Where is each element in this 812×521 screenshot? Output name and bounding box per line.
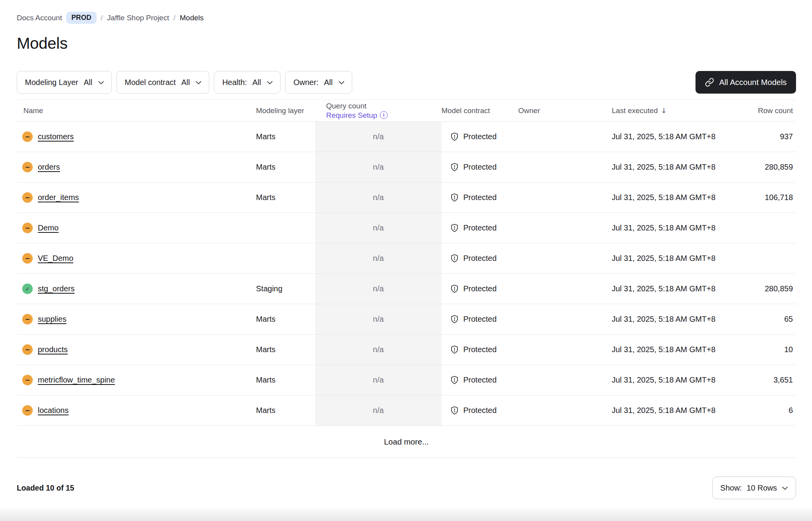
page-title: Models [17, 34, 796, 53]
status-warning-icon: − [22, 253, 33, 264]
model-link[interactable]: customers [38, 132, 74, 141]
header-query-count: Query count Requires Setup i [315, 102, 441, 119]
chevron-down-icon [98, 81, 104, 85]
model-link[interactable]: order_items [38, 193, 79, 202]
breadcrumb: Docs Account PROD / Jaffle Shop Project … [17, 12, 796, 24]
filter-value: All [181, 78, 190, 87]
modeling-layer-value: Marts [256, 183, 315, 213]
header-query-count-label: Query count [326, 102, 441, 110]
model-contract-value: Protected [441, 213, 518, 243]
load-more-row: Load more... [17, 426, 796, 458]
table-row: − locations Marts n/a Protected Jul 31, … [17, 395, 796, 426]
show-rows-dropdown[interactable]: Show: 10 Rows [712, 477, 796, 499]
header-row-count: Row count [725, 106, 796, 115]
shield-icon [450, 376, 459, 385]
chevron-down-icon [339, 81, 344, 85]
breadcrumb-current: Models [180, 14, 203, 22]
shield-icon [450, 345, 459, 354]
header-last-executed[interactable]: Last executed ↓ [612, 106, 725, 115]
last-executed-value: Jul 31, 2025, 5:18 AM GMT+8 [612, 365, 725, 395]
model-contract-value: Protected [441, 183, 518, 213]
chevron-down-icon [267, 81, 273, 85]
row-count-value [725, 243, 796, 273]
shield-icon [450, 254, 459, 263]
modeling-layer-value: Marts [256, 122, 315, 152]
breadcrumb-project[interactable]: Jaffle Shop Project [107, 14, 169, 22]
load-more-button[interactable]: Load more... [384, 437, 429, 447]
models-page: Docs Account PROD / Jaffle Shop Project … [0, 0, 812, 499]
modeling-layer-value: Marts [256, 365, 315, 395]
requires-setup-link[interactable]: Requires Setup i [326, 111, 441, 119]
filter-health[interactable]: Health: All [214, 71, 281, 94]
all-account-models-button[interactable]: All Account Models [695, 71, 796, 94]
table-row: − metricflow_time_spine Marts n/a Protec… [17, 365, 796, 395]
filter-bar: Modeling Layer All Model contract All He… [17, 71, 796, 94]
modeling-layer-value [256, 213, 315, 243]
query-count-value: n/a [315, 213, 441, 243]
row-count-value [725, 213, 796, 243]
status-success-icon: ✓ [22, 284, 33, 294]
all-account-models-label: All Account Models [719, 78, 787, 87]
model-link[interactable]: locations [38, 406, 69, 415]
shield-icon [450, 315, 459, 324]
chevron-down-icon [196, 81, 201, 85]
model-contract-value: Protected [441, 274, 518, 304]
owner-value [518, 304, 612, 334]
chevron-down-icon [782, 486, 788, 490]
model-link[interactable]: orders [38, 163, 60, 172]
modeling-layer-value: Marts [256, 335, 315, 365]
last-executed-value: Jul 31, 2025, 5:18 AM GMT+8 [612, 274, 725, 304]
last-executed-value: Jul 31, 2025, 5:18 AM GMT+8 [612, 152, 725, 182]
owner-value [518, 152, 612, 182]
last-executed-value: Jul 31, 2025, 5:18 AM GMT+8 [612, 395, 725, 425]
table-footer: Loaded 10 of 15 Show: 10 Rows [17, 477, 796, 499]
shield-icon [450, 406, 459, 415]
modeling-layer-value: Marts [256, 395, 315, 425]
shield-icon [450, 132, 459, 141]
model-contract-value: Protected [441, 335, 518, 365]
query-count-value: n/a [315, 152, 441, 182]
filter-modeling-layer[interactable]: Modeling Layer All [17, 71, 112, 94]
status-warning-icon: − [22, 223, 33, 233]
model-contract-value: Protected [441, 304, 518, 334]
owner-value [518, 395, 612, 425]
last-executed-value: Jul 31, 2025, 5:18 AM GMT+8 [612, 213, 725, 243]
info-icon[interactable]: i [380, 111, 388, 119]
query-count-value: n/a [315, 183, 441, 213]
modeling-layer-value: Marts [256, 304, 315, 334]
model-contract-value: Protected [441, 243, 518, 273]
model-contract-value: Protected [441, 395, 518, 425]
row-count-value: 6 [725, 395, 796, 425]
owner-value [518, 243, 612, 273]
filter-owner[interactable]: Owner: All [285, 71, 352, 94]
row-count-value: 937 [725, 122, 796, 152]
model-contract-value: Protected [441, 152, 518, 182]
breadcrumb-account[interactable]: Docs Account [17, 14, 62, 22]
model-link[interactable]: products [38, 345, 68, 354]
header-owner: Owner [518, 106, 612, 115]
row-count-value: 280,859 [725, 274, 796, 304]
filter-label: Owner: [293, 78, 318, 87]
status-warning-icon: − [22, 375, 33, 385]
model-contract-value: Protected [441, 365, 518, 395]
model-link[interactable]: VE_Demo [38, 254, 73, 263]
filter-value: All [252, 78, 261, 87]
shield-icon [450, 223, 459, 232]
model-link[interactable]: Demo [38, 223, 58, 232]
last-executed-value: Jul 31, 2025, 5:18 AM GMT+8 [612, 304, 725, 334]
model-contract-value: Protected [441, 122, 518, 152]
model-link[interactable]: stg_orders [38, 284, 75, 293]
filter-label: Modeling Layer [25, 78, 78, 87]
filter-model-contract[interactable]: Model contract All [117, 71, 209, 94]
status-warning-icon: − [22, 131, 33, 142]
model-link[interactable]: metricflow_time_spine [38, 376, 115, 385]
modeling-layer-value: Staging [256, 274, 315, 304]
owner-value [518, 122, 612, 152]
query-count-value: n/a [315, 395, 441, 425]
last-executed-value: Jul 31, 2025, 5:18 AM GMT+8 [612, 243, 725, 273]
query-count-value: n/a [315, 243, 441, 273]
model-link[interactable]: supplies [38, 315, 66, 324]
table-row: ✓ stg_orders Staging n/a Protected Jul 3… [17, 274, 796, 304]
last-executed-value: Jul 31, 2025, 5:18 AM GMT+8 [612, 183, 725, 213]
link-icon [705, 78, 714, 87]
